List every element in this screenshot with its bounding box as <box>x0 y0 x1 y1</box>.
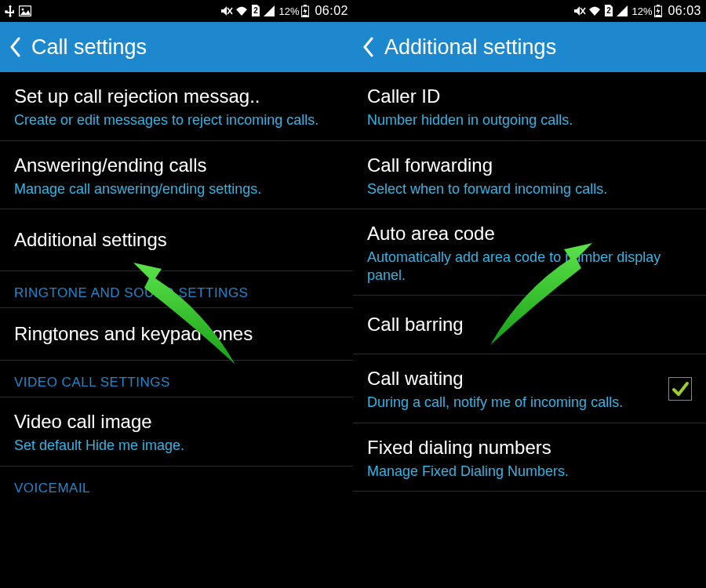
section-voicemail: VOICEMAIL <box>0 466 353 496</box>
status-bar: 2 12% 06:02 <box>0 0 353 22</box>
battery-percentage: 12% <box>631 5 652 17</box>
item-caller-id[interactable]: Caller ID Number hidden in outgoing call… <box>353 72 706 141</box>
item-title: Caller ID <box>367 85 692 108</box>
app-header: Call settings <box>0 22 353 72</box>
item-call-forwarding[interactable]: Call forwarding Select when to forward i… <box>353 141 706 210</box>
battery-charging-icon <box>301 5 309 17</box>
image-icon <box>19 5 31 16</box>
battery-charging-icon <box>654 5 662 17</box>
item-title: Ringtones and keypad tones <box>14 322 339 346</box>
item-title: Auto area code <box>367 222 692 245</box>
page-title: Additional settings <box>384 35 556 60</box>
settings-list: Set up call rejection messag.. Create or… <box>0 72 353 496</box>
item-answering-ending-calls[interactable]: Answering/ending calls Manage call answe… <box>0 141 353 210</box>
usb-icon <box>5 5 16 17</box>
item-video-call-image[interactable]: Video call image Set default Hide me ima… <box>0 397 353 466</box>
svg-rect-13 <box>656 15 661 16</box>
item-title: Set up call rejection messag.. <box>14 85 339 108</box>
item-call-barring[interactable]: Call barring <box>353 296 706 354</box>
svg-text:2: 2 <box>254 6 259 15</box>
wifi-icon <box>235 5 248 16</box>
signal-icon <box>264 5 275 16</box>
section-video-call: VIDEO CALL SETTINGS <box>0 361 353 397</box>
signal-icon <box>617 5 628 16</box>
battery-percentage: 12% <box>278 5 299 17</box>
clock: 06:02 <box>315 4 348 18</box>
item-title: Additional settings <box>14 228 339 252</box>
item-call-waiting[interactable]: Call waiting During a call, notify me of… <box>353 354 706 423</box>
wifi-icon <box>588 5 601 16</box>
page-title: Call settings <box>31 35 147 60</box>
clock: 06:03 <box>668 4 701 18</box>
screen-additional-settings: 2 12% 06:03 Additional settings Caller I… <box>353 0 706 588</box>
svg-rect-7 <box>303 15 308 16</box>
call-waiting-checkbox[interactable] <box>668 377 692 401</box>
item-subtitle: Manage call answering/ending settings. <box>14 180 339 198</box>
svg-text:2: 2 <box>607 6 612 15</box>
item-subtitle: Set default Hide me image. <box>14 437 339 455</box>
item-auto-area-code[interactable]: Auto area code Automatically add area co… <box>353 209 706 296</box>
settings-list: Caller ID Number hidden in outgoing call… <box>353 72 706 492</box>
item-fixed-dialing-numbers[interactable]: Fixed dialing numbers Manage Fixed Diali… <box>353 423 706 492</box>
screen-call-settings: 2 12% 06:02 Call settings Set up call re… <box>0 0 353 588</box>
svg-point-1 <box>22 9 24 11</box>
item-additional-settings[interactable]: Additional settings <box>0 209 353 271</box>
item-title: Answering/ending calls <box>14 154 339 177</box>
back-icon[interactable] <box>362 37 373 57</box>
item-subtitle: Create or edit messages to reject incomi… <box>14 111 339 129</box>
item-ringtones-keypad-tones[interactable]: Ringtones and keypad tones <box>0 308 353 361</box>
item-title: Call forwarding <box>367 154 692 177</box>
back-icon[interactable] <box>9 37 20 57</box>
sim-icon: 2 <box>250 5 261 17</box>
checkmark-icon <box>671 379 690 398</box>
mute-icon <box>220 5 233 16</box>
app-header: Additional settings <box>353 22 706 72</box>
status-bar: 2 12% 06:03 <box>353 0 706 22</box>
item-title: Call barring <box>367 313 692 336</box>
section-ringtone-sound: RINGTONE AND SOUND SETTINGS <box>0 271 353 308</box>
item-title: Fixed dialing numbers <box>367 436 692 459</box>
item-subtitle: Number hidden in outgoing calls. <box>367 111 692 129</box>
sim-icon: 2 <box>603 5 614 17</box>
item-subtitle: Automatically add area code to number di… <box>367 249 692 284</box>
item-title: Video call image <box>14 410 339 434</box>
item-subtitle: Select when to forward incoming calls. <box>367 180 692 198</box>
mute-icon <box>573 5 586 16</box>
item-subtitle: During a call, notify me of incoming cal… <box>367 394 661 412</box>
item-subtitle: Manage Fixed Dialing Numbers. <box>367 463 692 481</box>
item-title: Call waiting <box>367 367 661 390</box>
item-call-rejection-messages[interactable]: Set up call rejection messag.. Create or… <box>0 72 353 141</box>
